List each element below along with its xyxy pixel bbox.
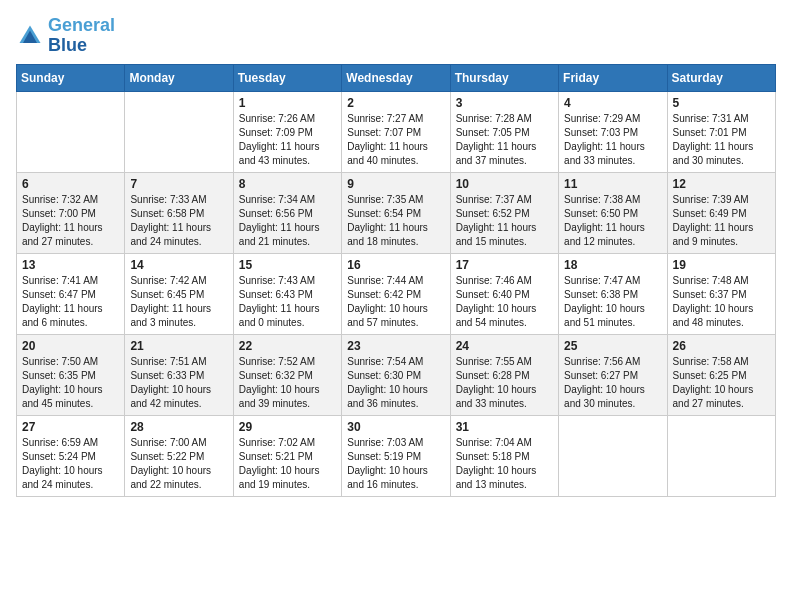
calendar-cell: 15Sunrise: 7:43 AM Sunset: 6:43 PM Dayli… bbox=[233, 253, 341, 334]
calendar-cell: 3Sunrise: 7:28 AM Sunset: 7:05 PM Daylig… bbox=[450, 91, 558, 172]
calendar-cell: 25Sunrise: 7:56 AM Sunset: 6:27 PM Dayli… bbox=[559, 334, 667, 415]
day-number: 21 bbox=[130, 339, 227, 353]
calendar-cell bbox=[17, 91, 125, 172]
day-number: 1 bbox=[239, 96, 336, 110]
cell-info: Sunrise: 7:56 AM Sunset: 6:27 PM Dayligh… bbox=[564, 355, 661, 411]
logo-icon bbox=[16, 22, 44, 50]
cell-info: Sunrise: 7:55 AM Sunset: 6:28 PM Dayligh… bbox=[456, 355, 553, 411]
cell-info: Sunrise: 7:04 AM Sunset: 5:18 PM Dayligh… bbox=[456, 436, 553, 492]
calendar-cell: 26Sunrise: 7:58 AM Sunset: 6:25 PM Dayli… bbox=[667, 334, 775, 415]
page-header: General Blue bbox=[16, 16, 776, 56]
day-number: 16 bbox=[347, 258, 444, 272]
day-header: Saturday bbox=[667, 64, 775, 91]
calendar-table: SundayMondayTuesdayWednesdayThursdayFrid… bbox=[16, 64, 776, 497]
cell-info: Sunrise: 7:00 AM Sunset: 5:22 PM Dayligh… bbox=[130, 436, 227, 492]
cell-info: Sunrise: 7:35 AM Sunset: 6:54 PM Dayligh… bbox=[347, 193, 444, 249]
calendar-cell: 9Sunrise: 7:35 AM Sunset: 6:54 PM Daylig… bbox=[342, 172, 450, 253]
day-number: 27 bbox=[22, 420, 119, 434]
calendar-week-row: 1Sunrise: 7:26 AM Sunset: 7:09 PM Daylig… bbox=[17, 91, 776, 172]
day-number: 13 bbox=[22, 258, 119, 272]
day-number: 29 bbox=[239, 420, 336, 434]
day-header: Tuesday bbox=[233, 64, 341, 91]
calendar-cell: 31Sunrise: 7:04 AM Sunset: 5:18 PM Dayli… bbox=[450, 415, 558, 496]
day-number: 30 bbox=[347, 420, 444, 434]
calendar-cell: 29Sunrise: 7:02 AM Sunset: 5:21 PM Dayli… bbox=[233, 415, 341, 496]
cell-info: Sunrise: 7:29 AM Sunset: 7:03 PM Dayligh… bbox=[564, 112, 661, 168]
calendar-week-row: 13Sunrise: 7:41 AM Sunset: 6:47 PM Dayli… bbox=[17, 253, 776, 334]
cell-info: Sunrise: 7:51 AM Sunset: 6:33 PM Dayligh… bbox=[130, 355, 227, 411]
logo: General Blue bbox=[16, 16, 115, 56]
day-number: 31 bbox=[456, 420, 553, 434]
calendar-cell bbox=[667, 415, 775, 496]
calendar-cell: 11Sunrise: 7:38 AM Sunset: 6:50 PM Dayli… bbox=[559, 172, 667, 253]
calendar-week-row: 6Sunrise: 7:32 AM Sunset: 7:00 PM Daylig… bbox=[17, 172, 776, 253]
calendar-cell: 13Sunrise: 7:41 AM Sunset: 6:47 PM Dayli… bbox=[17, 253, 125, 334]
calendar-cell bbox=[559, 415, 667, 496]
calendar-cell: 16Sunrise: 7:44 AM Sunset: 6:42 PM Dayli… bbox=[342, 253, 450, 334]
day-number: 23 bbox=[347, 339, 444, 353]
cell-info: Sunrise: 7:28 AM Sunset: 7:05 PM Dayligh… bbox=[456, 112, 553, 168]
cell-info: Sunrise: 7:42 AM Sunset: 6:45 PM Dayligh… bbox=[130, 274, 227, 330]
day-number: 6 bbox=[22, 177, 119, 191]
calendar-cell: 27Sunrise: 6:59 AM Sunset: 5:24 PM Dayli… bbox=[17, 415, 125, 496]
calendar-cell: 2Sunrise: 7:27 AM Sunset: 7:07 PM Daylig… bbox=[342, 91, 450, 172]
day-header: Wednesday bbox=[342, 64, 450, 91]
calendar-cell: 22Sunrise: 7:52 AM Sunset: 6:32 PM Dayli… bbox=[233, 334, 341, 415]
day-number: 10 bbox=[456, 177, 553, 191]
day-number: 4 bbox=[564, 96, 661, 110]
day-number: 12 bbox=[673, 177, 770, 191]
day-header: Friday bbox=[559, 64, 667, 91]
day-number: 17 bbox=[456, 258, 553, 272]
calendar-cell: 14Sunrise: 7:42 AM Sunset: 6:45 PM Dayli… bbox=[125, 253, 233, 334]
cell-info: Sunrise: 7:02 AM Sunset: 5:21 PM Dayligh… bbox=[239, 436, 336, 492]
calendar-cell: 1Sunrise: 7:26 AM Sunset: 7:09 PM Daylig… bbox=[233, 91, 341, 172]
day-number: 19 bbox=[673, 258, 770, 272]
calendar-body: 1Sunrise: 7:26 AM Sunset: 7:09 PM Daylig… bbox=[17, 91, 776, 496]
cell-info: Sunrise: 7:43 AM Sunset: 6:43 PM Dayligh… bbox=[239, 274, 336, 330]
calendar-cell: 6Sunrise: 7:32 AM Sunset: 7:00 PM Daylig… bbox=[17, 172, 125, 253]
calendar-cell: 21Sunrise: 7:51 AM Sunset: 6:33 PM Dayli… bbox=[125, 334, 233, 415]
cell-info: Sunrise: 7:34 AM Sunset: 6:56 PM Dayligh… bbox=[239, 193, 336, 249]
day-number: 5 bbox=[673, 96, 770, 110]
calendar-cell: 19Sunrise: 7:48 AM Sunset: 6:37 PM Dayli… bbox=[667, 253, 775, 334]
calendar-header-row: SundayMondayTuesdayWednesdayThursdayFrid… bbox=[17, 64, 776, 91]
day-number: 26 bbox=[673, 339, 770, 353]
cell-info: Sunrise: 6:59 AM Sunset: 5:24 PM Dayligh… bbox=[22, 436, 119, 492]
day-number: 14 bbox=[130, 258, 227, 272]
day-number: 28 bbox=[130, 420, 227, 434]
day-number: 9 bbox=[347, 177, 444, 191]
calendar-cell: 30Sunrise: 7:03 AM Sunset: 5:19 PM Dayli… bbox=[342, 415, 450, 496]
cell-info: Sunrise: 7:41 AM Sunset: 6:47 PM Dayligh… bbox=[22, 274, 119, 330]
day-number: 20 bbox=[22, 339, 119, 353]
cell-info: Sunrise: 7:31 AM Sunset: 7:01 PM Dayligh… bbox=[673, 112, 770, 168]
day-number: 2 bbox=[347, 96, 444, 110]
cell-info: Sunrise: 7:44 AM Sunset: 6:42 PM Dayligh… bbox=[347, 274, 444, 330]
calendar-week-row: 20Sunrise: 7:50 AM Sunset: 6:35 PM Dayli… bbox=[17, 334, 776, 415]
calendar-week-row: 27Sunrise: 6:59 AM Sunset: 5:24 PM Dayli… bbox=[17, 415, 776, 496]
cell-info: Sunrise: 7:26 AM Sunset: 7:09 PM Dayligh… bbox=[239, 112, 336, 168]
day-number: 8 bbox=[239, 177, 336, 191]
cell-info: Sunrise: 7:37 AM Sunset: 6:52 PM Dayligh… bbox=[456, 193, 553, 249]
calendar-cell: 20Sunrise: 7:50 AM Sunset: 6:35 PM Dayli… bbox=[17, 334, 125, 415]
cell-info: Sunrise: 7:47 AM Sunset: 6:38 PM Dayligh… bbox=[564, 274, 661, 330]
cell-info: Sunrise: 7:33 AM Sunset: 6:58 PM Dayligh… bbox=[130, 193, 227, 249]
calendar-cell bbox=[125, 91, 233, 172]
calendar-cell: 18Sunrise: 7:47 AM Sunset: 6:38 PM Dayli… bbox=[559, 253, 667, 334]
day-number: 11 bbox=[564, 177, 661, 191]
day-header: Monday bbox=[125, 64, 233, 91]
cell-info: Sunrise: 7:03 AM Sunset: 5:19 PM Dayligh… bbox=[347, 436, 444, 492]
logo-text: General Blue bbox=[48, 16, 115, 56]
cell-info: Sunrise: 7:54 AM Sunset: 6:30 PM Dayligh… bbox=[347, 355, 444, 411]
cell-info: Sunrise: 7:39 AM Sunset: 6:49 PM Dayligh… bbox=[673, 193, 770, 249]
day-header: Sunday bbox=[17, 64, 125, 91]
day-number: 22 bbox=[239, 339, 336, 353]
calendar-cell: 23Sunrise: 7:54 AM Sunset: 6:30 PM Dayli… bbox=[342, 334, 450, 415]
cell-info: Sunrise: 7:46 AM Sunset: 6:40 PM Dayligh… bbox=[456, 274, 553, 330]
cell-info: Sunrise: 7:58 AM Sunset: 6:25 PM Dayligh… bbox=[673, 355, 770, 411]
calendar-cell: 24Sunrise: 7:55 AM Sunset: 6:28 PM Dayli… bbox=[450, 334, 558, 415]
cell-info: Sunrise: 7:32 AM Sunset: 7:00 PM Dayligh… bbox=[22, 193, 119, 249]
calendar-cell: 17Sunrise: 7:46 AM Sunset: 6:40 PM Dayli… bbox=[450, 253, 558, 334]
cell-info: Sunrise: 7:50 AM Sunset: 6:35 PM Dayligh… bbox=[22, 355, 119, 411]
calendar-cell: 28Sunrise: 7:00 AM Sunset: 5:22 PM Dayli… bbox=[125, 415, 233, 496]
cell-info: Sunrise: 7:38 AM Sunset: 6:50 PM Dayligh… bbox=[564, 193, 661, 249]
